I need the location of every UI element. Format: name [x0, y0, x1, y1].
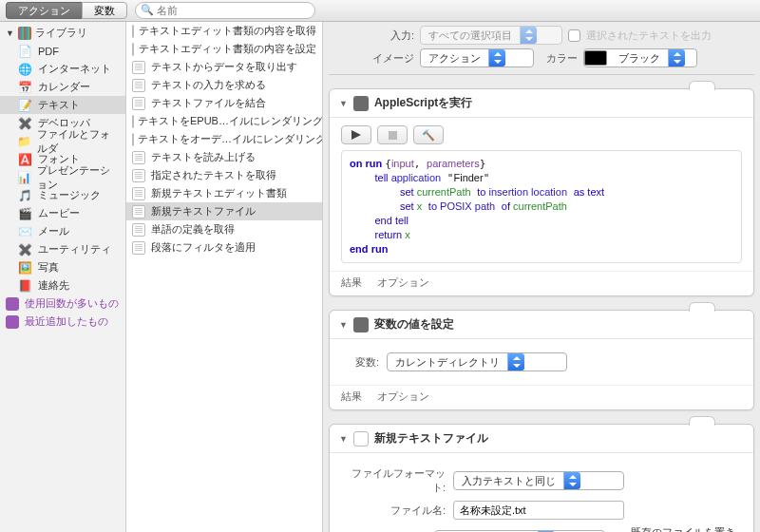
library-item-label: 写真 [38, 260, 59, 275]
action-icon [132, 205, 145, 218]
smart-folder[interactable]: 最近追加したもの [0, 313, 125, 331]
library-item[interactable]: 🌐インターネット [0, 60, 125, 78]
filename-input[interactable] [453, 501, 624, 520]
results-tab[interactable]: 結果 [341, 390, 362, 404]
step-title: AppleScriptを実行 [374, 95, 472, 111]
library-item-icon: 📊 [17, 170, 31, 185]
results-tab[interactable]: 結果 [341, 276, 362, 290]
disclosure-triangle-icon[interactable]: ▼ [339, 320, 348, 330]
library-item-icon: 🎵 [17, 188, 32, 203]
disclosure-triangle-icon[interactable]: ▼ [339, 434, 348, 444]
image-label: イメージ [334, 51, 414, 66]
action-item[interactable]: テキストを読み上げる [126, 148, 322, 166]
output-selected-text-label: 選択されたテキストを出力 [586, 28, 712, 43]
library-item[interactable]: 🎬ムービー [0, 204, 125, 222]
smart-folder-label: 最近追加したもの [25, 314, 108, 329]
variable-label: 変数: [341, 355, 379, 370]
action-item[interactable]: テキストの入力を求める [126, 76, 322, 94]
workflow-canvas[interactable]: 入力: すべての選択項目 選択されたテキストを出力 イメージ アクション カラー… [323, 22, 760, 532]
disclosure-triangle-icon: ▼ [6, 28, 14, 38]
library-item-label: ユーティリティ [38, 242, 111, 256]
textfile-icon [353, 431, 369, 446]
action-item[interactable]: 単語の定義を取得 [126, 220, 322, 238]
step-title: 新規テキストファイル [374, 430, 488, 446]
applescript-icon [353, 96, 369, 111]
library-item[interactable]: 📁ファイルとフォルダ [0, 132, 125, 150]
library-item[interactable]: 📅カレンダー [0, 78, 125, 96]
library-item-label: カレンダー [38, 80, 90, 94]
output-selected-text-checkbox[interactable] [568, 29, 580, 42]
hammer-icon: 🔨 [422, 129, 435, 142]
options-tab[interactable]: オプション [377, 390, 429, 404]
svg-marker-0 [352, 130, 361, 140]
tab-variables[interactable]: 変数 [82, 2, 127, 19]
smart-folder[interactable]: 使用回数が多いもの [0, 294, 125, 313]
run-script-button[interactable] [341, 125, 371, 144]
library-item[interactable]: 🖼️写真 [0, 258, 125, 276]
action-icon [132, 79, 145, 92]
format-select[interactable]: 入力テキストと同じ [453, 471, 624, 490]
variable-icon [353, 317, 369, 332]
action-icon [132, 61, 145, 74]
action-item[interactable]: テキストエディット書類の内容を取得 [126, 22, 322, 40]
action-item[interactable]: 段落にフィルタを適用 [126, 238, 322, 256]
color-swatch [584, 50, 607, 66]
action-label: テキストをEPUB…イルにレンダリング [138, 114, 322, 128]
applescript-editor[interactable]: on run {input, parameters} tell applicat… [341, 150, 742, 263]
action-label: テキストを読み上げる [151, 150, 256, 164]
disclosure-triangle-icon[interactable]: ▼ [339, 99, 348, 108]
library-item[interactable]: ✉️メール [0, 222, 125, 240]
library-item[interactable]: 📕連絡先 [0, 276, 125, 294]
action-item[interactable]: 新規テキストエディット書類 [126, 184, 322, 202]
action-label: 新規テキストエディット書類 [151, 186, 287, 200]
library-item-label: ファイルとフォルダ [37, 127, 120, 156]
action-label: テキストをオーデ…イルにレンダリング [138, 132, 322, 146]
options-tab[interactable]: オプション [377, 276, 429, 290]
library-item[interactable]: 📄PDF [0, 42, 125, 60]
library-header[interactable]: ▼ ライブラリ [0, 22, 125, 42]
filename-label: ファイル名: [341, 504, 446, 518]
stop-script-button[interactable] [377, 125, 408, 144]
library-item-icon: 📅 [17, 80, 32, 95]
action-icon [132, 43, 133, 56]
library-tabs: アクション 変数 [6, 2, 127, 19]
action-label: 単語の定義を取得 [151, 222, 235, 237]
action-item[interactable]: 指定されたテキストを取得 [126, 166, 322, 184]
image-select[interactable]: アクション [420, 48, 534, 67]
input-label: 入力: [334, 28, 414, 43]
variable-select[interactable]: カレントディレクトリ [387, 352, 567, 371]
color-select[interactable]: ブラック [583, 48, 697, 67]
action-item[interactable]: テキストエディット書類の内容を設定 [126, 40, 322, 58]
action-item[interactable]: テキストをオーデ…イルにレンダリング [126, 130, 322, 148]
action-label: テキストの入力を求める [151, 78, 266, 92]
library-item-icon: 📕 [17, 278, 32, 294]
step-run-applescript[interactable]: ▼ AppleScriptを実行 🔨 on run {input, parame… [329, 88, 754, 296]
action-label: 段落にフィルタを適用 [151, 240, 256, 255]
action-icon [132, 241, 145, 255]
library-item[interactable]: 📊プレゼンテーション [0, 168, 125, 186]
action-item[interactable]: テキストファイルを結合 [126, 94, 322, 112]
library-item-label: ミュージック [38, 188, 101, 202]
action-item[interactable]: 新規テキストファイル [126, 202, 322, 220]
input-select[interactable]: すべての選択項目 [420, 26, 562, 45]
action-label: 指定されたテキストを取得 [151, 168, 276, 182]
svg-rect-1 [389, 131, 397, 140]
library-item-icon: 📄 [17, 44, 32, 59]
action-item[interactable]: テキストをEPUB…イルにレンダリング [126, 112, 322, 130]
library-item-icon: 🌐 [17, 62, 32, 77]
library-item-label: PDF [38, 46, 59, 57]
action-icon [132, 97, 145, 110]
library-item-label: ムービー [38, 206, 80, 220]
library-item[interactable]: 📝テキスト [0, 96, 125, 114]
search-input[interactable] [135, 2, 315, 19]
compile-script-button[interactable]: 🔨 [413, 125, 444, 144]
smart-folder-icon [6, 297, 19, 311]
step-new-text-file[interactable]: ▼ 新規テキストファイル ファイルフォーマット: 入力テキストと同じ ファイル名… [329, 424, 754, 532]
tab-actions[interactable]: アクション [6, 2, 82, 19]
action-item[interactable]: テキストからデータを取り出す [126, 58, 322, 76]
step-title: 変数の値を設定 [374, 316, 454, 332]
format-label: ファイルフォーマット: [341, 466, 446, 495]
library-item[interactable]: ✖️ユーティリティ [0, 240, 125, 258]
action-label: テキストエディット書類の内容を設定 [139, 42, 316, 56]
step-set-variable[interactable]: ▼ 変数の値を設定 変数: カレントディレクトリ 結果 オプション [329, 310, 754, 410]
